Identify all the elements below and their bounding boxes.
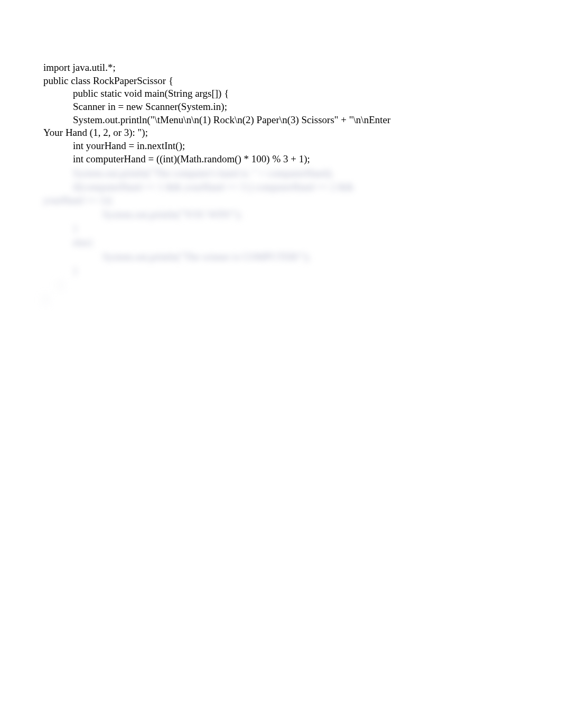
blur-line-7: }	[43, 264, 518, 278]
blur-line-6: System.out.println("The winner is COMPUT…	[43, 251, 518, 264]
blur-line-9: }	[43, 293, 518, 306]
code-line-2: public class RockPaperScissor {	[43, 75, 518, 88]
code-block: import java.util.*; public class RockPap…	[43, 61, 518, 306]
obscured-code-block: System.out.println("The computer's hand …	[43, 167, 518, 306]
blur-line-2: if(computerHand == 1 && yourHand == 3 ||…	[43, 181, 518, 207]
code-line-4: Scanner in = new Scanner(System.in);	[43, 100, 518, 114]
blur-line-8: }	[43, 279, 518, 292]
code-line-3: public static void main(String args[]) {	[43, 87, 518, 100]
blur-line-5: else{	[43, 236, 518, 250]
blur-line-3: System.out.println("YOU WIN!");	[43, 208, 518, 222]
blur-line-4: }	[43, 222, 518, 235]
code-line-6: int yourHand = in.nextInt();	[43, 140, 518, 153]
code-line-1: import java.util.*;	[43, 61, 518, 75]
blur-line-1: System.out.println("The computer's hand …	[43, 167, 518, 180]
code-line-7: int computerHand = ((int)(Math.random() …	[43, 153, 518, 166]
code-line-5: System.out.println("\tMenu\n\n(1) Rock\n…	[43, 114, 518, 140]
